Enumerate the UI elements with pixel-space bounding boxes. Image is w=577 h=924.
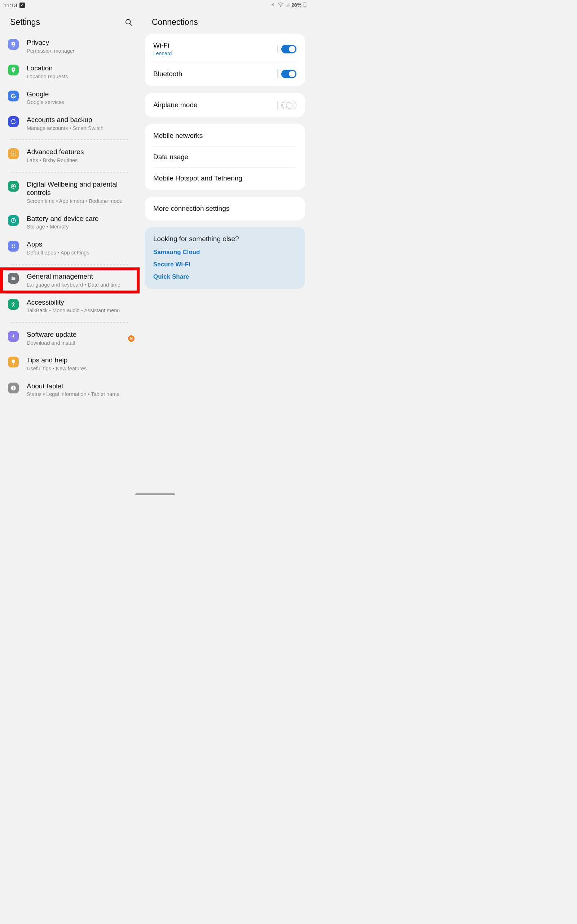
sidebar-item-title: Digital Wellbeing and parental controls: [27, 180, 134, 197]
settings-sidebar: Settings PrivacyPermission managerLocati…: [0, 10, 142, 497]
swupdate-icon: [8, 331, 19, 342]
advanced-icon: [8, 149, 19, 159]
sidebar-item-title: Battery and device care: [27, 215, 134, 223]
sidebar-item-accounts[interactable]: Accounts and backupManage accounts • Sma…: [0, 111, 140, 136]
wifi-toggle[interactable]: [281, 45, 297, 53]
data-usage-title: Data usage: [153, 153, 188, 161]
status-time: 11:13: [3, 2, 17, 8]
sidebar-item-accessibility[interactable]: AccessibilityTalkBack • Mono audio • Ass…: [0, 294, 140, 319]
bluetooth-toggle[interactable]: [281, 69, 297, 78]
update-badge: N: [128, 335, 134, 342]
status-battery-text: 20%: [292, 2, 301, 8]
svg-point-12: [11, 244, 13, 246]
sidebar-item-subtitle: Download and install: [27, 340, 128, 347]
row-airplane[interactable]: Airplane mode: [145, 94, 305, 116]
battery-icon: [8, 215, 19, 226]
sidebar-item-title: Google: [27, 90, 134, 99]
info-link-quick-share[interactable]: Quick Share: [153, 273, 297, 281]
svg-point-20: [14, 278, 15, 279]
section-divider: [10, 139, 129, 140]
sidebar-item-subtitle: Language and keyboard • Date and time: [27, 281, 134, 289]
sidebar-item-title: Privacy: [27, 38, 134, 47]
row-bluetooth[interactable]: Bluetooth: [145, 63, 305, 85]
sidebar-item-subtitle: TalkBack • Mono audio • Assistant menu: [27, 307, 134, 314]
sidebar-item-wellbeing[interactable]: Digital Wellbeing and parental controlsS…: [0, 175, 140, 210]
search-button[interactable]: [124, 18, 133, 27]
sidebar-item-subtitle: Location requests: [27, 73, 134, 81]
about-icon: [8, 383, 19, 393]
search-icon: [125, 18, 133, 26]
tips-icon: [8, 357, 19, 367]
wifi-title: Wi-Fi: [153, 42, 172, 50]
card-more-settings: More connection settings: [145, 197, 305, 221]
svg-point-8: [13, 153, 15, 155]
sidebar-item-general[interactable]: General managementLanguage and keyboard …: [0, 267, 140, 293]
sidebar-item-subtitle: Storage • Memory: [27, 223, 134, 231]
svg-point-21: [12, 279, 13, 280]
sidebar-item-about[interactable]: About tabletStatus • Legal information •…: [0, 377, 140, 403]
row-hotspot[interactable]: Mobile Hotspot and Tethering: [145, 168, 305, 189]
sidebar-item-title: Location: [27, 64, 134, 73]
general-icon: [8, 273, 19, 284]
row-data-usage[interactable]: Data usage: [145, 147, 305, 168]
accessibility-icon: [8, 299, 19, 310]
sidebar-item-google[interactable]: GoogleGoogle services: [0, 85, 140, 111]
svg-point-4: [126, 19, 131, 24]
sidebar-item-subtitle: Manage accounts • Smart Switch: [27, 125, 134, 132]
row-mobile-networks[interactable]: Mobile networks: [145, 125, 305, 146]
airplane-toggle[interactable]: [281, 101, 297, 109]
sidebar-item-subtitle: Labs • Bixby Routines: [27, 157, 134, 164]
home-indicator[interactable]: [135, 493, 175, 495]
wifi-subtitle: Leonard: [153, 50, 172, 56]
svg-point-0: [280, 6, 281, 6]
connections-title: Connections: [152, 17, 198, 27]
sidebar-item-location[interactable]: LocationLocation requests: [0, 59, 140, 85]
card-airplane: Airplane mode: [145, 93, 305, 117]
battery-icon: [303, 2, 306, 9]
detail-pane: Connections Wi-Fi Leonard Bluetooth: [142, 10, 310, 497]
airplane-title: Airplane mode: [153, 101, 198, 109]
sidebar-item-title: Apps: [27, 240, 134, 249]
wellbeing-icon: [8, 181, 19, 192]
bluetooth-title: Bluetooth: [153, 70, 182, 78]
sidebar-item-title: Software update: [27, 330, 128, 339]
card-network: Mobile networks Data usage Mobile Hotspo…: [145, 124, 305, 190]
svg-point-19: [12, 277, 13, 278]
info-link-samsung-cloud[interactable]: Samsung Cloud: [153, 249, 297, 256]
svg-point-6: [13, 43, 14, 44]
sidebar-item-title: General management: [27, 272, 134, 281]
row-wifi[interactable]: Wi-Fi Leonard: [145, 35, 305, 63]
sidebar-item-title: Advanced features: [27, 148, 134, 156]
svg-rect-3: [304, 6, 306, 7]
mobile-networks-title: Mobile networks: [153, 132, 203, 140]
sidebar-item-apps[interactable]: AppsDefault apps • App settings: [0, 235, 140, 261]
section-divider: [10, 322, 129, 323]
sidebar-item-privacy[interactable]: PrivacyPermission manager: [0, 34, 140, 59]
divider: [277, 45, 278, 53]
row-more-connection-settings[interactable]: More connection settings: [145, 198, 305, 219]
sidebar-item-swupdate[interactable]: Software updateDownload and installN: [0, 326, 140, 351]
svg-rect-24: [13, 387, 14, 389]
privacy-icon: [8, 39, 19, 50]
sidebar-item-title: Tips and help: [27, 356, 134, 365]
sidebar-item-advanced[interactable]: Advanced featuresLabs • Bixby Routines: [0, 143, 140, 168]
sidebar-item-subtitle: Google services: [27, 99, 134, 106]
section-divider: [10, 172, 129, 173]
svg-line-5: [130, 23, 132, 25]
svg-point-13: [14, 244, 15, 246]
svg-point-7: [13, 69, 14, 70]
status-bar: 11:13 ✓ 20%: [0, 0, 310, 10]
sidebar-item-subtitle: Useful tips • New features: [27, 365, 134, 373]
sidebar-item-battery[interactable]: Battery and device careStorage • Memory: [0, 210, 140, 235]
section-divider: [10, 264, 129, 265]
svg-point-15: [14, 247, 15, 248]
apps-icon: [8, 241, 19, 252]
svg-point-22: [13, 302, 14, 303]
google-icon: [8, 90, 19, 102]
sidebar-item-tips[interactable]: Tips and helpUseful tips • New features: [0, 351, 140, 377]
more-connection-title: More connection settings: [153, 205, 229, 213]
wifi-icon: [278, 2, 284, 9]
sidebar-item-subtitle: Default apps • App settings: [27, 249, 134, 257]
info-link-secure-wi-fi[interactable]: Secure Wi-Fi: [153, 261, 297, 268]
signal-icon: [285, 2, 290, 8]
